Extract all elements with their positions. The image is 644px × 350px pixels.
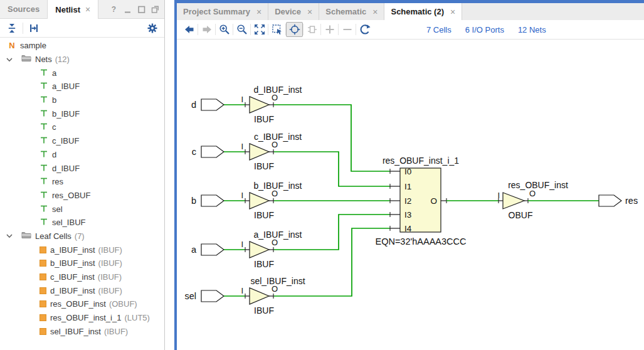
schematic-drawing: dIOd_IBUF_instIBUFcIOc_IBUF_instIBUFbIOb…	[177, 40, 644, 350]
net-item-b[interactable]: b	[0, 93, 164, 107]
item-label: d	[52, 150, 56, 159]
input-port-c[interactable]	[201, 146, 224, 157]
cell-item-a_IBUF_inst[interactable]: a_IBUF_inst(IBUF)	[0, 243, 164, 257]
close-icon[interactable]: ×	[307, 7, 312, 17]
net-item-d[interactable]: d	[0, 148, 164, 162]
item-label: c_IBUF_inst	[50, 272, 95, 282]
float-icon[interactable]	[151, 5, 159, 13]
minimize-icon[interactable]	[124, 5, 132, 13]
tab-sources[interactable]: Sources	[0, 0, 47, 18]
cell-item-res_OBUF_inst[interactable]: res_OBUF_inst(OBUF)	[0, 297, 164, 311]
pin-label-i: I	[241, 286, 243, 295]
tab-device[interactable]: Device×	[268, 3, 319, 20]
instance-label-sel_IBUF_inst: sel_IBUF_inst	[250, 276, 305, 286]
ibuf-d[interactable]	[250, 97, 269, 113]
net-item-b_IBUF[interactable]: b_IBUF	[0, 107, 164, 120]
net-item-c_IBUF[interactable]: c_IBUF	[0, 134, 164, 148]
cell-item-b_IBUF_inst[interactable]: b_IBUF_inst(IBUF)	[0, 257, 164, 270]
cell-item-sel_IBUF_inst[interactable]: sel_IBUF_inst(IBUF)	[0, 324, 164, 338]
stat-link-6-i-o-ports[interactable]: 6 I/O Ports	[465, 25, 504, 34]
cell-type-label: IBUF	[254, 161, 274, 171]
tab-project-summary[interactable]: Project Summary×	[177, 3, 268, 20]
item-type: (IBUF)	[98, 245, 122, 255]
remove-button	[339, 22, 356, 37]
cell-type-label: OBUF	[509, 210, 533, 220]
lut-pin-I3: I3	[404, 210, 411, 220]
ibuf-c[interactable]	[250, 144, 269, 160]
zoom-out-button[interactable]	[233, 22, 250, 37]
schematic-canvas: dIOd_IBUF_instIBUFcIOc_IBUF_instIBUFbIOb…	[177, 40, 644, 350]
net-item-sel_IBUF[interactable]: sel_IBUF	[0, 216, 164, 230]
chevron-down-icon[interactable]	[5, 54, 14, 65]
item-label: b	[52, 95, 56, 105]
input-port-d[interactable]	[201, 99, 224, 110]
cell-icon	[40, 273, 46, 280]
port-label-d: d	[191, 100, 196, 110]
tree-root-label: sample	[20, 41, 46, 50]
regenerate-button[interactable]	[356, 22, 373, 37]
ibuf-sel[interactable]	[250, 288, 269, 304]
cell-icon	[40, 314, 46, 321]
input-port-sel[interactable]	[201, 290, 224, 302]
zoom-in-button[interactable]	[216, 22, 233, 37]
item-label: d_IBUF	[52, 164, 80, 173]
close-icon[interactable]: ×	[372, 7, 377, 17]
stat-link-7-cells[interactable]: 7 Cells	[426, 25, 451, 34]
net-item-sel[interactable]: sel	[0, 202, 164, 216]
back-button[interactable]	[181, 22, 198, 37]
cell-item-res_OBUF_inst_i_1[interactable]: res_OBUF_inst_i_1(LUT5)	[0, 311, 164, 325]
input-port-b[interactable]	[201, 195, 224, 206]
tab-label: Project Summary	[183, 7, 250, 16]
cell-icon	[40, 300, 46, 307]
tree-group-nets[interactable]: Nets(12)	[0, 53, 164, 66]
help-icon[interactable]: ?	[110, 5, 118, 13]
net-icon	[40, 175, 48, 188]
net-item-d_IBUF[interactable]: d_IBUF	[0, 161, 164, 175]
tree-group-leaf-cells[interactable]: Leaf Cells(7)	[0, 230, 164, 243]
item-type: (IBUF)	[98, 286, 122, 295]
add-button	[321, 22, 338, 37]
output-port-res[interactable]	[599, 195, 621, 206]
tab-schematic[interactable]: Schematic×	[319, 3, 384, 20]
zoom-fit-button[interactable]	[251, 22, 268, 37]
ibuf-b[interactable]	[250, 193, 269, 209]
cell-item-c_IBUF_inst[interactable]: c_IBUF_inst(IBUF)	[0, 270, 164, 284]
close-icon[interactable]: ×	[85, 4, 90, 14]
item-label: res_OBUF_inst	[50, 299, 106, 309]
item-label: a_IBUF_inst	[50, 245, 95, 255]
tab-label: Schematic	[325, 7, 366, 16]
net-item-a_IBUF[interactable]: a_IBUF	[0, 80, 164, 93]
forward-button	[198, 22, 215, 37]
obuf-res_OBUF_inst[interactable]	[503, 193, 524, 209]
close-icon[interactable]: ×	[256, 7, 261, 17]
tab-label: Netlist	[55, 5, 80, 14]
zoom-selection-button[interactable]	[268, 22, 285, 37]
net-item-a[interactable]: a	[0, 66, 164, 80]
input-port-a[interactable]	[201, 244, 224, 255]
net-item-c[interactable]: c	[0, 120, 164, 134]
autofit-button[interactable]	[286, 22, 303, 37]
item-label: b_IBUF	[52, 109, 80, 119]
tab-netlist[interactable]: Netlist×	[47, 0, 98, 19]
tree-root-sample[interactable]: Nsample	[0, 39, 164, 53]
folder-icon	[21, 230, 31, 243]
net-item-res[interactable]: res	[0, 175, 164, 189]
panel-window-controls: ?	[110, 0, 164, 18]
item-label: b_IBUF_inst	[50, 258, 95, 268]
ibuf-a[interactable]	[250, 241, 269, 258]
net-icon	[40, 93, 48, 107]
settings-gear-button[interactable]	[145, 21, 159, 35]
chevron-down-icon[interactable]	[5, 230, 14, 241]
tab-schematic-2-[interactable]: Schematic (2)×	[384, 3, 462, 20]
schematic-panel: Project Summary×Device×Schematic×Schemat…	[174, 0, 644, 350]
left-tab-bar: SourcesNetlist×?	[0, 0, 164, 19]
netlist-root-icon: N	[8, 41, 16, 50]
stat-link-12-nets[interactable]: 12 Nets	[518, 25, 546, 34]
collapse-all-button[interactable]	[5, 21, 19, 35]
net-item-res_OBUF[interactable]: res_OBUF	[0, 189, 164, 203]
close-icon[interactable]: ×	[450, 7, 455, 17]
scroll-to-button[interactable]	[27, 21, 41, 35]
maximize-icon[interactable]	[137, 5, 145, 13]
tab-label: Sources	[8, 4, 40, 14]
cell-item-d_IBUF_inst[interactable]: d_IBUF_inst(IBUF)	[0, 284, 164, 297]
